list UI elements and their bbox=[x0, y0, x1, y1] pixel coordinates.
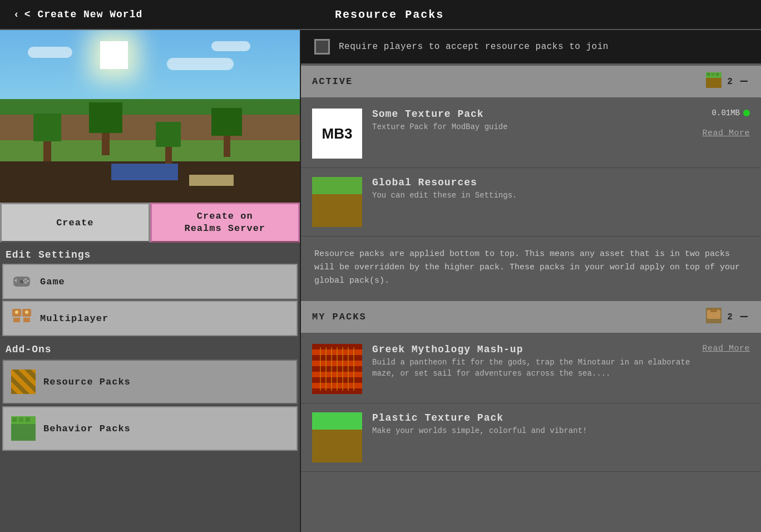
resource-packs-icon bbox=[11, 370, 36, 394]
back-arrow-icon: ‹ bbox=[13, 9, 20, 20]
tree-1 bbox=[33, 114, 61, 158]
greek-mythology-desc: Build a pantheon fit for the gods, trap … bbox=[372, 357, 692, 379]
require-text: Require players to accept resource packs… bbox=[339, 42, 609, 52]
addon-item-behavior-packs[interactable]: Behavior Packs bbox=[2, 406, 298, 451]
svg-rect-2 bbox=[16, 279, 17, 282]
create-buttons: Create Create onRealms Server bbox=[0, 203, 300, 243]
path bbox=[189, 175, 234, 186]
active-count: 2 bbox=[727, 77, 733, 87]
controller-icon bbox=[11, 271, 32, 292]
my-packs-title: MY PACKS bbox=[312, 312, 367, 322]
pack-item-greek-mythology: Greek Mythology Mash-up Build a pantheon… bbox=[301, 335, 761, 403]
game-label: Game bbox=[40, 277, 65, 287]
tree-3 bbox=[156, 122, 181, 161]
svg-rect-21 bbox=[707, 73, 710, 76]
active-collapse-button[interactable]: — bbox=[738, 75, 750, 88]
global-resources-name: Global Resources bbox=[372, 177, 740, 188]
active-green-dot bbox=[743, 110, 750, 116]
plastic-texture-thumb bbox=[312, 412, 362, 462]
page-title: Resource Packs bbox=[335, 8, 444, 21]
pack-item-plastic-texture: Plastic Texture Pack Make your worlds si… bbox=[301, 403, 761, 472]
behavior-packs-label: Behavior Packs bbox=[43, 423, 131, 434]
some-texture-desc: Texture Pack for ModBay guide bbox=[372, 122, 692, 133]
global-resources-thumb bbox=[312, 177, 362, 227]
active-section-header: ACTIVE 2 — bbox=[301, 66, 761, 97]
some-texture-thumb: MB3 bbox=[312, 109, 362, 159]
greek-mythology-thumb bbox=[312, 344, 362, 394]
svg-rect-7 bbox=[20, 280, 23, 283]
svg-rect-18 bbox=[26, 417, 30, 422]
create-button[interactable]: Create bbox=[0, 203, 150, 243]
greek-mythology-right: Read More bbox=[702, 344, 750, 353]
sun bbox=[100, 41, 128, 69]
back-label: < Create New World bbox=[24, 9, 142, 20]
sky bbox=[0, 30, 300, 108]
water bbox=[111, 164, 178, 180]
my-packs-section-icon bbox=[706, 308, 722, 326]
info-text: Resource packs are applied bottom to top… bbox=[301, 237, 761, 299]
svg-point-6 bbox=[24, 282, 27, 284]
some-texture-right: 0.01MB Read More bbox=[702, 109, 750, 138]
right-panel: Require players to accept resource packs… bbox=[301, 30, 761, 532]
global-resources-desc: You can edit these in Settings. bbox=[372, 190, 740, 201]
settings-list: Game Multiplayer bbox=[0, 264, 300, 336]
addon-item-resource-packs[interactable]: Resource Packs bbox=[2, 359, 298, 404]
world-preview bbox=[0, 30, 300, 203]
world-preview-image bbox=[0, 30, 300, 203]
cloud-2 bbox=[167, 58, 234, 70]
cloud-1 bbox=[28, 47, 72, 58]
tree-4 bbox=[211, 108, 242, 155]
svg-rect-16 bbox=[12, 417, 17, 422]
addons-label: Add-Ons bbox=[0, 336, 300, 358]
mb3-logo: MB3 bbox=[322, 125, 353, 142]
back-button[interactable]: ‹ < Create New World bbox=[13, 9, 142, 20]
my-packs-section-header: MY PACKS 2 — bbox=[301, 301, 761, 333]
active-header-right: 2 — bbox=[706, 72, 750, 91]
create-realms-button[interactable]: Create onRealms Server bbox=[150, 203, 300, 243]
main-layout: Create Create onRealms Server Edit Setti… bbox=[0, 30, 761, 532]
require-checkbox[interactable] bbox=[314, 39, 330, 55]
svg-rect-11 bbox=[23, 318, 30, 322]
top-bar: ‹ < Create New World Resource Packs bbox=[0, 0, 761, 30]
behavior-packs-icon bbox=[11, 416, 36, 441]
greek-mythology-info: Greek Mythology Mash-up Build a pantheon… bbox=[372, 344, 692, 379]
svg-rect-22 bbox=[711, 73, 714, 76]
multiplayer-label: Multiplayer bbox=[40, 313, 108, 324]
active-title: ACTIVE bbox=[312, 76, 353, 87]
svg-rect-17 bbox=[19, 417, 23, 422]
my-packs-collapse-button[interactable]: — bbox=[738, 310, 750, 324]
svg-point-12 bbox=[15, 311, 18, 314]
svg-rect-26 bbox=[710, 309, 717, 312]
edit-settings-label: Edit Settings bbox=[0, 243, 300, 264]
plastic-texture-name: Plastic Texture Pack bbox=[372, 412, 740, 423]
plastic-texture-desc: Make your worlds simple, colorful and vi… bbox=[372, 426, 740, 437]
my-packs-header-right: 2 — bbox=[706, 308, 750, 326]
svg-point-3 bbox=[24, 278, 27, 280]
greek-mythology-name: Greek Mythology Mash-up bbox=[372, 344, 692, 355]
resource-packs-label: Resource Packs bbox=[43, 377, 131, 387]
pack-item-some-texture: MB3 Some Texture Pack Texture Pack for M… bbox=[301, 100, 761, 168]
svg-point-4 bbox=[27, 280, 29, 282]
tree-2 bbox=[89, 102, 122, 152]
my-packs-count: 2 bbox=[727, 312, 733, 322]
multiplayer-icon bbox=[11, 308, 32, 329]
global-resources-info: Global Resources You can edit these in S… bbox=[372, 177, 740, 201]
settings-item-game[interactable]: Game bbox=[2, 264, 298, 299]
some-texture-info: Some Texture Pack Texture Pack for ModBa… bbox=[372, 109, 692, 133]
left-panel: Create Create onRealms Server Edit Setti… bbox=[0, 30, 301, 532]
require-bar: Require players to accept resource packs… bbox=[301, 30, 761, 63]
svg-rect-9 bbox=[13, 318, 20, 322]
svg-rect-23 bbox=[716, 73, 719, 76]
some-texture-name: Some Texture Pack bbox=[372, 109, 692, 120]
svg-point-13 bbox=[25, 311, 28, 314]
cloud-3 bbox=[211, 41, 250, 51]
active-section-icon bbox=[706, 72, 722, 91]
create-realms-label: Create onRealms Server bbox=[184, 211, 265, 234]
some-texture-read-more[interactable]: Read More bbox=[702, 129, 750, 138]
greek-mythology-read-more[interactable]: Read More bbox=[702, 344, 750, 353]
settings-item-multiplayer[interactable]: Multiplayer bbox=[2, 301, 298, 336]
plastic-texture-info: Plastic Texture Pack Make your worlds si… bbox=[372, 412, 740, 437]
some-texture-size: 0.01MB bbox=[712, 109, 750, 117]
pack-item-global-resources: Global Resources You can edit these in S… bbox=[301, 168, 761, 237]
